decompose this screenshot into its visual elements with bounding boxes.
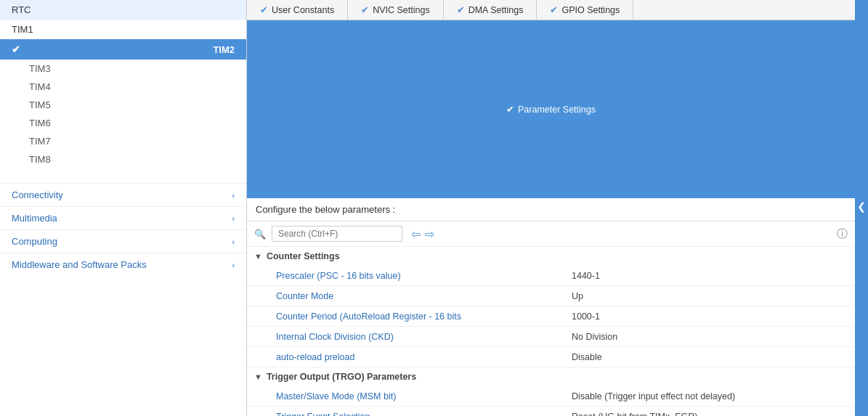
sidebar: RTCTIM1✔TIM2TIM3TIM4TIM5TIM6TIM7TIM8 Con… (0, 0, 247, 416)
tab-gpio-settings[interactable]: ✔GPIO Settings (537, 0, 633, 20)
param-value: Reset (UG bit from TIMx_EGR) (572, 412, 848, 417)
tab-dma-settings[interactable]: ✔DMA Settings (444, 0, 538, 20)
sidebar-section-computing[interactable]: Computing› (0, 229, 246, 253)
section-header-trigger-output[interactable]: ▼Trigger Output (TRGO) Parameters (247, 367, 855, 386)
param-value: No Division (572, 332, 848, 342)
param-name: auto-reload preload (276, 352, 572, 362)
main-panel: ✔User Constants✔NVIC Settings✔DMA Settin… (247, 0, 855, 416)
prev-arrow[interactable]: ⇦ (411, 227, 421, 241)
sidebar-section-connectivity[interactable]: Connectivity› (0, 183, 246, 206)
sidebar-section-label-multimedia: Multimedia (12, 213, 57, 224)
right-edge-arrow[interactable]: ❯ (857, 203, 866, 214)
tab-parameter-settings[interactable]: ✔ Parameter Settings (247, 20, 855, 198)
tab-label-gpio-settings: GPIO Settings (561, 5, 620, 15)
chevron-right-icon: › (232, 237, 235, 246)
param-value: Disable (Trigger input effect not delaye… (572, 391, 848, 401)
table-row[interactable]: auto-reload preloadDisable (247, 347, 855, 367)
param-name: Prescaler (PSC - 16 bits value) (276, 271, 572, 281)
section-chevron-icon: ▼ (254, 372, 262, 381)
table-row[interactable]: Trigger Event SelectionReset (UG bit fro… (247, 407, 855, 416)
chevron-right-icon: › (232, 261, 235, 269)
tab-nvic-settings[interactable]: ✔NVIC Settings (348, 0, 444, 20)
sidebar-section-label-computing: Computing (12, 236, 57, 247)
param-header: Configure the below parameters : (247, 198, 855, 221)
sidebar-label-tim2: TIM2 (213, 44, 235, 55)
table-row[interactable]: Master/Slave Mode (MSM bit)Disable (Trig… (247, 386, 855, 407)
tab-label-user-constants: User Constants (272, 5, 334, 15)
sidebar-label-tim6: TIM6 (29, 118, 51, 129)
info-icon[interactable]: ⓘ (837, 227, 848, 241)
sidebar-label-tim1: TIM1 (12, 24, 33, 35)
search-input[interactable] (272, 226, 402, 242)
right-edge-panel: ❯ (855, 0, 868, 416)
param-name: Trigger Event Selection (276, 412, 572, 417)
sidebar-label-tim8: TIM8 (29, 154, 51, 165)
nav-arrows: ⇦ ⇨ (411, 227, 434, 241)
sidebar-section-middleware[interactable]: Middleware and Software Packs› (0, 253, 246, 276)
param-name: Master/Slave Mode (MSM bit) (276, 391, 572, 401)
param-value: Up (572, 291, 848, 301)
next-arrow[interactable]: ⇨ (425, 227, 434, 241)
search-icon: 🔍 (254, 229, 266, 240)
sidebar-label-tim5: TIM5 (29, 99, 51, 110)
section-header-counter-settings[interactable]: ▼Counter Settings (247, 247, 855, 266)
chevron-right-icon: › (232, 214, 235, 223)
param-name: Counter Period (AutoReload Register - 16… (276, 311, 572, 322)
sidebar-item-tim8[interactable]: TIM8 (0, 150, 246, 168)
sidebar-item-tim1[interactable]: TIM1 (0, 20, 246, 39)
param-value: 1000-1 (572, 311, 848, 322)
table-row[interactable]: Prescaler (PSC - 16 bits value)1440-1 (247, 266, 855, 286)
param-value: 1440-1 (572, 271, 848, 281)
sidebar-item-tim4[interactable]: TIM4 (0, 78, 246, 96)
search-bar: 🔍 ⇦ ⇨ ⓘ (247, 221, 855, 247)
tab-user-constants[interactable]: ✔User Constants (247, 0, 348, 20)
sidebar-label-tim3: TIM3 (29, 63, 51, 74)
tab-check-icon: ✔ (260, 4, 268, 15)
tab-check-icon: ✔ (550, 4, 558, 15)
tab-label-dma-settings: DMA Settings (469, 5, 524, 15)
sidebar-item-tim5[interactable]: TIM5 (0, 96, 246, 114)
sidebar-item-tim7[interactable]: TIM7 (0, 132, 246, 150)
sidebar-label-tim7: TIM7 (29, 136, 51, 147)
table-row[interactable]: Internal Clock Division (CKD)No Division (247, 327, 855, 347)
tab-check-icon: ✔ (361, 4, 369, 15)
param-tab-label: Parameter Settings (518, 105, 596, 115)
param-table: ▼Counter SettingsPrescaler (PSC - 16 bit… (247, 247, 855, 416)
sidebar-label-rtc: RTC (12, 4, 31, 15)
sidebar-item-tim6[interactable]: TIM6 (0, 114, 246, 132)
sidebar-item-tim2[interactable]: ✔TIM2 (0, 39, 246, 60)
section-label-trigger-output: Trigger Output (TRGO) Parameters (267, 372, 416, 382)
param-value: Disable (572, 352, 848, 362)
table-row[interactable]: Counter Period (AutoReload Register - 16… (247, 306, 855, 327)
sidebar-section-multimedia[interactable]: Multimedia› (0, 206, 246, 229)
check-icon: ✔ (12, 44, 20, 55)
sidebar-item-tim3[interactable]: TIM3 (0, 60, 246, 78)
param-name: Internal Clock Division (CKD) (276, 332, 572, 342)
chevron-right-icon: › (232, 191, 235, 200)
sidebar-section-label-middleware: Middleware and Software Packs (12, 259, 147, 270)
section-chevron-icon: ▼ (254, 252, 262, 261)
tab-label-nvic-settings: NVIC Settings (373, 5, 430, 15)
sidebar-label-tim4: TIM4 (29, 81, 51, 92)
param-tab-check: ✔ (506, 104, 514, 115)
section-label-counter-settings: Counter Settings (267, 251, 340, 261)
sidebar-item-rtc[interactable]: RTC (0, 0, 246, 20)
tab-check-icon: ✔ (457, 4, 465, 15)
sidebar-section-label-connectivity: Connectivity (12, 189, 63, 200)
tabs-bar: ✔User Constants✔NVIC Settings✔DMA Settin… (247, 0, 855, 20)
table-row[interactable]: Counter ModeUp (247, 286, 855, 306)
param-name: Counter Mode (276, 291, 572, 301)
